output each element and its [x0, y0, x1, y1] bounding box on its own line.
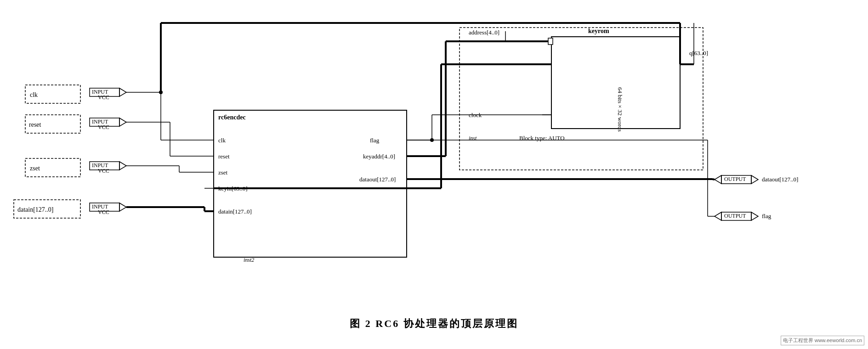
reset-label: reset [29, 121, 41, 128]
diagram-container: text { font-family: 'Times New Roman', s… [0, 0, 868, 349]
q-output-label: q[63..0] [689, 50, 708, 56]
main-datain-port: datain[127..0] [218, 208, 252, 215]
datain-label: datain[127..0] [17, 206, 54, 213]
svg-marker-27 [751, 175, 758, 184]
dataout-out-signal: dataout[127..0] [762, 176, 798, 183]
svg-marker-5 [119, 118, 126, 126]
svg-rect-63 [548, 38, 553, 45]
address-label: address[4..0] [469, 29, 499, 36]
main-flag-port: flag [370, 137, 380, 144]
flag-out-signal: flag [762, 213, 772, 220]
zset-label: zset [30, 165, 40, 172]
svg-rect-12 [214, 110, 407, 257]
keyrom-title: keyrom [588, 28, 609, 34]
main-reset-port: reset [218, 153, 230, 160]
svg-marker-30 [751, 212, 758, 220]
datain-vcc-label: VCC [98, 209, 109, 215]
svg-marker-26 [715, 175, 721, 184]
main-dataout-port: dataout[127..0] [359, 176, 396, 183]
inst2-label: inst2 [244, 257, 254, 263]
svg-marker-29 [715, 212, 721, 220]
schematic-svg: text { font-family: 'Times New Roman', s… [0, 0, 868, 349]
svg-marker-8 [119, 162, 126, 170]
clk-vcc-label: VCC [98, 94, 109, 101]
diagram-caption: 图 2 RC6 协处理器的顶层原理图 [350, 317, 518, 331]
svg-rect-21 [460, 28, 703, 170]
main-keyaddr-port: keyaddr[4..0] [363, 153, 395, 160]
svg-rect-22 [551, 37, 680, 129]
keyrom-inst-label: inst [469, 135, 477, 141]
watermark: 电子工程世界 www.eeworld.com.cn [781, 336, 864, 345]
clk-label: clk [30, 91, 38, 98]
svg-line-60 [712, 179, 715, 180]
svg-marker-11 [119, 203, 126, 211]
main-zset-port: zset [218, 169, 228, 176]
keyrom-desc: 64 bits × 32 words [617, 87, 624, 132]
flag-output-label: OUTPUT [724, 213, 746, 219]
watermark-text: 电子工程世界 www.eeworld.com.cn [783, 338, 862, 343]
rc6encdec-title: rc6encdec [218, 114, 246, 121]
dataout-output-label: OUTPUT [724, 176, 746, 182]
reset-vcc-label: VCC [98, 124, 109, 130]
svg-point-62 [430, 138, 434, 142]
svg-marker-2 [119, 88, 126, 96]
main-clk-port: clk [218, 137, 226, 144]
zset-vcc-label: VCC [98, 168, 109, 174]
